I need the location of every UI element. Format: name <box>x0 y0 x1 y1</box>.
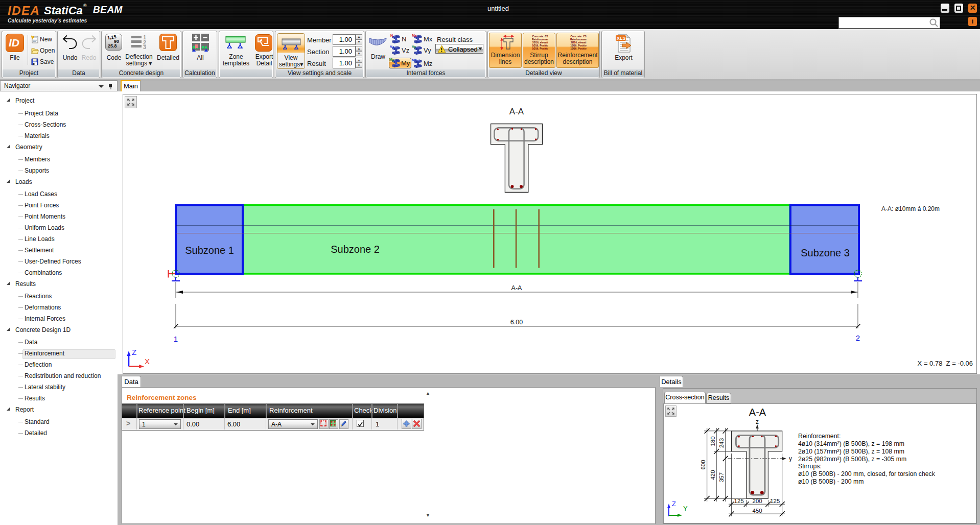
svg-text:600: 600 <box>700 460 706 469</box>
svg-text:z: z <box>756 418 759 425</box>
svg-text:ø10 (B 500B) - 200 mm, closed,: ø10 (B 500B) - 200 mm, closed, for torsi… <box>798 470 936 478</box>
svg-text:2: 2 <box>856 333 860 342</box>
svg-text:X: X <box>145 357 150 366</box>
svg-text:A-A: ø10mm á 0.20m: A-A: ø10mm á 0.20m <box>881 205 940 212</box>
svg-text:450: 450 <box>753 508 762 514</box>
svg-text:1: 1 <box>174 335 178 343</box>
svg-text:125: 125 <box>734 498 744 504</box>
svg-text:125: 125 <box>770 498 780 504</box>
svg-text:Subzone 1: Subzone 1 <box>185 245 234 256</box>
svg-text:Z: Z <box>672 500 676 508</box>
svg-text:180: 180 <box>710 436 716 446</box>
svg-text:Subzone 3: Subzone 3 <box>801 247 850 258</box>
svg-text:Y: Y <box>683 505 688 512</box>
svg-text:420: 420 <box>710 470 716 480</box>
svg-text:6.00: 6.00 <box>510 319 523 326</box>
svg-text:2ø10 (157mm²) (B 500B), z = 10: 2ø10 (157mm²) (B 500B), z = 108 mm <box>798 448 904 455</box>
svg-text:200: 200 <box>753 498 762 504</box>
svg-text:y: y <box>789 455 792 462</box>
svg-text:X = 0.78 Z = -0.06: X = 0.78 Z = -0.06 <box>918 360 973 367</box>
svg-text:Z: Z <box>132 348 136 356</box>
svg-text:357: 357 <box>718 472 725 482</box>
svg-text:XLS: XLS <box>617 36 626 41</box>
svg-text:ø10 (B 500B) - 200 mm: ø10 (B 500B) - 200 mm <box>798 478 864 485</box>
svg-text:A-A: A-A <box>511 284 523 292</box>
svg-text:243: 243 <box>718 438 725 448</box>
svg-text:A-A: A-A <box>509 107 524 116</box>
svg-text:3: 3 <box>143 44 146 50</box>
svg-text:4ø10 (314mm²) (B 500B), z = 19: 4ø10 (314mm²) (B 500B), z = 198 mm <box>798 440 904 447</box>
svg-text:Reinforcement:: Reinforcement: <box>798 433 841 440</box>
svg-text:Subzone 2: Subzone 2 <box>331 244 380 255</box>
svg-text:A-A: A-A <box>749 407 766 418</box>
svg-text:Stirrups:: Stirrups: <box>798 463 822 470</box>
svg-text:2ø25 (982mm²) (B 500B), z = -3: 2ø25 (982mm²) (B 500B), z = -305 mm <box>798 456 906 463</box>
